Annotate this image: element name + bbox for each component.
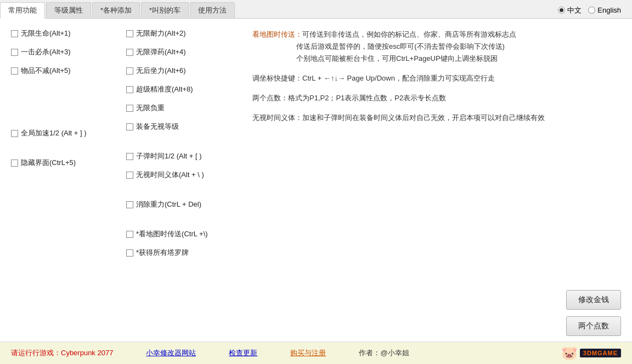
tab-usage[interactable]: 使用方法 [190, 2, 235, 18]
checkbox-hide-ui[interactable]: 隐藏界面(CtrL+5) [11, 158, 121, 168]
language-selector: 中文 English [558, 5, 632, 15]
checkbox-one-hit-kill[interactable]: 一击必杀(Alt+3) [11, 47, 121, 57]
check-update-link[interactable]: 检查更新 [229, 348, 257, 358]
checkbox-ignore-time-body[interactable]: 无视时间义体(Alt + \ ) [126, 170, 236, 180]
run-text: 请运行行游戏：Cyberpunk 2077 [11, 348, 113, 358]
row-no-recoil: 无后坐力(Alt+6) [126, 66, 241, 76]
row-map-teleport: *看地图时传送(CtrL +\) [126, 229, 241, 239]
row-unlimited-endurance: 无限耐力(Alt+2) [126, 29, 241, 38]
checkbox-map-teleport[interactable]: *看地图时传送(CtrL +\) [126, 229, 236, 239]
logo-text: 3DMGAME [580, 349, 621, 357]
shortcut-title: 调坐标快捷键： [252, 74, 302, 82]
row-get-all-tarot: *获得所有塔罗牌 [126, 248, 241, 258]
shortcut-desc: CtrL + ←↑↓→ Page Up/Down，配合消除重力可实现高空行走 [302, 74, 495, 82]
checkbox-bullet-time[interactable]: 子弹时间1/2 (Alt + [ ) [126, 151, 236, 161]
row-unlimited-ammo: 无限弹药(Alt+4) [126, 47, 241, 57]
checkbox-box-no-recoil[interactable] [126, 67, 133, 75]
checkbox-box-super-accuracy[interactable] [126, 86, 133, 93]
lang-english-label: English [597, 6, 621, 14]
checkbox-get-all-tarot[interactable]: *获得所有塔罗牌 [126, 248, 236, 258]
checkbox-global-speed[interactable]: 全局加速1/2 (Alt + ] ) [11, 128, 121, 138]
teleport-title: 看地图时传送： [252, 30, 302, 38]
checkbox-box-ignore-time-body[interactable] [126, 172, 133, 179]
label-unlimited-hp: 无限生命(Alt+1) [21, 29, 71, 38]
checkbox-box-map-teleport[interactable] [126, 231, 133, 238]
tab-common[interactable]: 常用功能 [0, 2, 45, 19]
shortcut-info: 调坐标快捷键：CtrL + ←↑↓→ Page Up/Down，配合消除重力可实… [252, 72, 621, 84]
checkbox-box-items-nodrop[interactable] [11, 67, 18, 75]
pig-icon: 🐷 [561, 345, 578, 361]
checkbox-unlimited-hp[interactable]: 无限生命(Alt+1) [11, 29, 121, 38]
label-get-all-tarot: *获得所有塔罗牌 [136, 248, 189, 258]
checkbox-box-unlimited-endurance[interactable] [126, 30, 133, 37]
label-no-recoil: 无后坐力(Alt+6) [136, 66, 186, 76]
row-items-nodrop: 物品不减(Alt+5) [11, 66, 126, 76]
checkbox-box-unlimited-carry[interactable] [126, 105, 133, 112]
label-remove-gravity: 消除重力(CtrL + Del) [136, 200, 201, 209]
checkbox-items-nodrop[interactable]: 物品不减(Alt+5) [11, 66, 121, 76]
checkbox-ignore-equip-level[interactable]: 装备无视等级 [126, 122, 236, 132]
checkbox-box-bullet-time[interactable] [126, 153, 133, 160]
radio-chinese[interactable] [558, 7, 565, 14]
buttons-area: 修改金钱 两个点数 [252, 285, 621, 336]
checkbox-unlimited-ammo[interactable]: 无限弹药(Alt+4) [126, 47, 236, 57]
game-name: Cyberpunk 2077 [61, 349, 113, 357]
row-hide-ui: 隐藏界面(CtrL+5) [11, 158, 126, 168]
row-one-hit-kill: 一击必杀(Alt+3) [11, 47, 126, 57]
checkbox-unlimited-carry[interactable]: 无限负重 [126, 103, 236, 113]
lang-chinese[interactable]: 中文 [558, 5, 582, 15]
buy-register-link[interactable]: 购买与注册 [290, 348, 326, 358]
teleport-desc2: 传送后游戏是暂停的，随便按esc即可(不消去暂停会影响下次传送) [296, 42, 505, 50]
tab-level[interactable]: 等级属性 [46, 2, 91, 18]
checkbox-box-get-all-tarot[interactable] [126, 249, 133, 257]
lang-english[interactable]: English [588, 6, 621, 14]
left-panel: 无限生命(Alt+1) 一击必杀(Alt+3) [11, 29, 241, 336]
checkbox-box-one-hit-kill[interactable] [11, 49, 18, 56]
label-hide-ui: 隐藏界面(CtrL+5) [21, 158, 76, 168]
label-map-teleport: *看地图时传送(CtrL +\) [136, 229, 208, 239]
checkbox-col1: 无限生命(Alt+1) 一击必杀(Alt+3) [11, 29, 126, 266]
points-title: 两个点数： [252, 94, 288, 102]
checkbox-box-global-speed[interactable] [11, 130, 18, 137]
label-global-speed: 全局加速1/2 (Alt + ] ) [21, 128, 87, 138]
row-global-speed: 全局加速1/2 (Alt + ] ) [11, 128, 126, 138]
label-items-nodrop: 物品不减(Alt+5) [21, 66, 71, 76]
label-ignore-equip-level: 装备无视等级 [136, 122, 179, 132]
ignore-desc: 加速和子弹时间在装备时间义体后对自己无效，开启本项可以对自己继续有效 [302, 113, 545, 122]
label-bullet-time: 子弹时间1/2 (Alt + [ ) [136, 151, 202, 161]
radio-english[interactable] [588, 7, 595, 14]
tab-bar: 常用功能 等级属性 *各种添加 *叫别的车 使用方法 中文 English [0, 0, 632, 19]
run-label: 请运行行游戏： [11, 349, 61, 357]
row-ignore-equip-level: 装备无视等级 [126, 122, 241, 132]
ignore-info: 无视时间义体：加速和子弹时间在装备时间义体后对自己无效，开启本项可以对自己继续有… [252, 112, 621, 124]
two-points-button[interactable]: 两个点数 [566, 316, 621, 336]
points-desc: 格式为P1,P2；P1表示属性点数，P2表示专长点数 [288, 94, 446, 102]
checkbox-box-unlimited-ammo[interactable] [126, 49, 133, 56]
footer-bar: 请运行行游戏：Cyberpunk 2077 小幸修改器网站 检查更新 购买与注册… [0, 342, 632, 364]
ignore-title: 无视时间义体： [252, 113, 302, 122]
checkbox-box-hide-ui[interactable] [11, 160, 18, 167]
checkbox-remove-gravity[interactable]: 消除重力(CtrL + Del) [126, 200, 236, 209]
teleport-desc3: 个别地点可能被柜台卡住，可用CtrL+PageUP键向上调坐标脱困 [296, 54, 498, 62]
lang-chinese-label: 中文 [567, 5, 582, 15]
label-ignore-time-body: 无视时间义体(Alt + \ ) [136, 170, 204, 180]
points-info: 两个点数：格式为P1,P2；P1表示属性点数，P2表示专长点数 [252, 92, 621, 104]
checkbox-no-recoil[interactable]: 无后坐力(Alt+6) [126, 66, 236, 76]
checkbox-super-accuracy[interactable]: 超级精准度(Alt+8) [126, 84, 236, 94]
modify-money-button[interactable]: 修改金钱 [566, 290, 621, 310]
row-remove-gravity: 消除重力(CtrL + Del) [126, 200, 241, 209]
checkbox-box-ignore-equip-level[interactable] [126, 123, 133, 130]
logo-area: 🐷 3DMGAME [561, 345, 621, 361]
label-unlimited-carry: 无限负重 [136, 103, 165, 113]
label-unlimited-ammo: 无限弹药(Alt+4) [136, 47, 186, 57]
checkbox-unlimited-endurance[interactable]: 无限耐力(Alt+2) [126, 29, 236, 38]
tab-addons[interactable]: *各种添加 [92, 2, 140, 18]
tab-car[interactable]: *叫别的车 [141, 2, 189, 18]
checkbox-box-unlimited-hp[interactable] [11, 30, 18, 37]
website-link[interactable]: 小幸修改器网站 [146, 348, 196, 358]
row-unlimited-hp: 无限生命(Alt+1) [11, 29, 126, 38]
right-panel: 看地图时传送：可传送到非传送点，例如你的标记点、你家、商店等所有游戏标志点 传送… [241, 29, 621, 336]
row-unlimited-carry: 无限负重 [126, 103, 241, 113]
checkbox-col2: 无限耐力(Alt+2) 无限弹药(Alt+4) [126, 29, 241, 266]
checkbox-box-remove-gravity[interactable] [126, 201, 133, 208]
